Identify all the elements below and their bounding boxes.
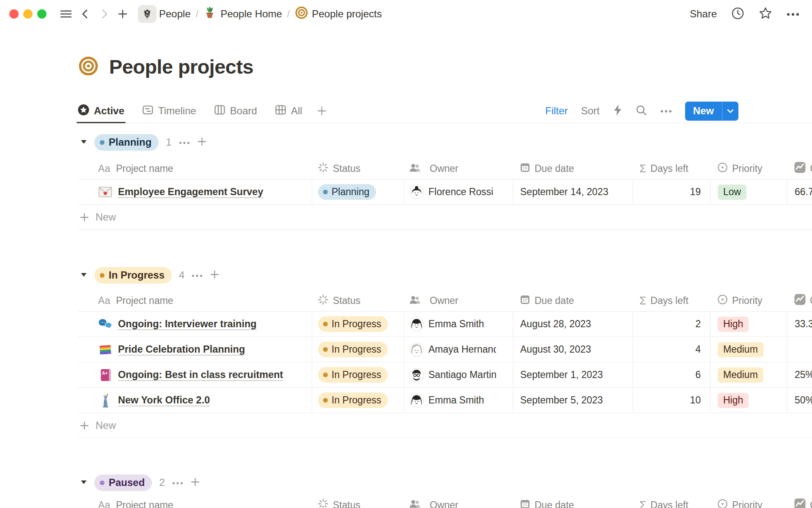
cell-owner[interactable]: Florence Rossi xyxy=(404,179,513,204)
breadcrumb-people-home[interactable]: People Home xyxy=(203,6,282,22)
column-header-status[interactable]: Status xyxy=(312,290,404,311)
column-header-priority[interactable]: Priority xyxy=(710,494,787,508)
column-header-completion[interactable]: C xyxy=(787,494,812,508)
column-header-due-date[interactable]: Due date xyxy=(513,158,633,179)
cell-completion[interactable]: 33.3% xyxy=(787,312,812,337)
column-header-days-left[interactable]: Σ Days left xyxy=(633,290,710,311)
group-add-icon[interactable] xyxy=(197,137,207,148)
star-icon[interactable] xyxy=(759,7,772,22)
cell-status[interactable]: Planning xyxy=(312,179,404,204)
project-name-link[interactable]: Ongoing: Interviewer training xyxy=(118,318,257,330)
cell-due-date[interactable]: August 28, 2023 xyxy=(513,312,633,337)
group-toggle-icon[interactable] xyxy=(80,271,87,279)
tab-all[interactable]: All xyxy=(275,99,302,123)
column-header-name[interactable]: Aa Project name xyxy=(78,494,312,508)
column-header-due-date[interactable]: Due date xyxy=(513,290,633,311)
new-button[interactable]: New xyxy=(685,102,722,121)
cell-status[interactable]: In Progress xyxy=(312,362,404,387)
cell-owner[interactable]: Emma Smith xyxy=(404,388,513,413)
column-header-completion[interactable]: C xyxy=(787,290,812,311)
minimize-button[interactable] xyxy=(23,9,33,19)
cell-project-name[interactable]: Ongoing: Interviewer training xyxy=(78,312,312,337)
cell-project-name[interactable]: Pride Celebration Planning xyxy=(78,337,312,362)
column-header-due-date[interactable]: Due date xyxy=(513,494,633,508)
new-dropdown-button[interactable] xyxy=(722,102,738,121)
cell-due-date[interactable]: September 1, 2023 xyxy=(513,362,633,387)
cell-owner[interactable]: Santiago Martinez xyxy=(404,362,513,387)
workspace-flower-icon[interactable] xyxy=(138,5,156,23)
lightning-bolt-icon[interactable] xyxy=(613,104,623,118)
back-button[interactable] xyxy=(80,8,91,19)
group-pill-planning[interactable]: Planning xyxy=(94,134,159,151)
cell-days-left[interactable]: 4 xyxy=(633,337,710,362)
close-button[interactable] xyxy=(9,9,19,19)
column-header-status[interactable]: Status xyxy=(312,494,404,508)
cell-owner[interactable]: Emma Smith xyxy=(404,312,513,337)
table-row[interactable]: Employee Engagement Survey Planning Flor… xyxy=(78,179,812,205)
cell-priority[interactable]: Medium xyxy=(710,337,787,362)
table-row[interactable]: A+ Ongoing: Best in class recruitment In… xyxy=(78,362,812,388)
menu-icon[interactable] xyxy=(60,8,72,19)
cell-project-name[interactable]: Employee Engagement Survey xyxy=(78,179,312,204)
table-row[interactable]: Ongoing: Interviewer training In Progres… xyxy=(78,312,812,337)
new-tab-button[interactable] xyxy=(117,8,128,19)
view-options-ellipsis-icon[interactable] xyxy=(660,107,672,115)
project-name-link[interactable]: Pride Celebration Planning xyxy=(118,344,245,355)
column-header-status[interactable]: Status xyxy=(312,158,404,179)
column-header-owner[interactable]: Owner xyxy=(404,290,513,311)
cell-due-date[interactable]: September 5, 2023 xyxy=(513,388,633,413)
cell-completion[interactable]: 66.7% xyxy=(787,179,812,204)
more-ellipsis-icon[interactable] xyxy=(787,10,799,18)
tab-active[interactable]: Active xyxy=(78,99,124,123)
group-add-icon[interactable] xyxy=(210,270,219,281)
filter-button[interactable]: Filter xyxy=(545,105,568,117)
page-target-icon[interactable] xyxy=(79,56,98,77)
cell-priority[interactable]: High xyxy=(710,388,787,413)
tab-timeline[interactable]: Timeline xyxy=(142,99,196,123)
table-row[interactable]: Pride Celebration Planning In Progress A… xyxy=(78,337,812,362)
share-button[interactable]: Share xyxy=(690,8,717,20)
column-header-days-left[interactable]: Σ Days left xyxy=(633,158,710,179)
cell-due-date[interactable]: September 14, 2023 xyxy=(513,179,633,204)
project-name-link[interactable]: Employee Engagement Survey xyxy=(118,186,263,198)
column-header-name[interactable]: Aa Project name xyxy=(78,290,312,311)
project-name-link[interactable]: New York Office 2.0 xyxy=(118,395,210,406)
cell-project-name[interactable]: A+ Ongoing: Best in class recruitment xyxy=(78,362,312,387)
breadcrumb-people-projects[interactable]: People projects xyxy=(295,6,382,22)
column-header-completion[interactable]: C xyxy=(787,158,812,179)
search-icon[interactable] xyxy=(636,105,647,118)
group-pill-in-progress[interactable]: In Progress xyxy=(94,267,172,284)
group-pill-paused[interactable]: Paused xyxy=(94,475,152,491)
sort-button[interactable]: Sort xyxy=(581,105,600,117)
new-row-button[interactable]: New xyxy=(78,205,812,230)
cell-days-left[interactable]: 6 xyxy=(633,362,710,387)
group-toggle-icon[interactable] xyxy=(80,138,87,146)
cell-priority[interactable]: Low xyxy=(710,179,787,204)
project-name-link[interactable]: Ongoing: Best in class recruitment xyxy=(118,369,283,381)
cell-due-date[interactable]: August 30, 2023 xyxy=(513,337,633,362)
breadcrumb-people[interactable]: People xyxy=(159,8,191,20)
group-add-icon[interactable] xyxy=(190,477,200,489)
forward-button[interactable] xyxy=(99,8,110,19)
zoom-button[interactable] xyxy=(37,9,47,19)
cell-days-left[interactable]: 19 xyxy=(633,179,710,204)
cell-project-name[interactable]: New York Office 2.0 xyxy=(78,388,312,413)
column-header-owner[interactable]: Owner xyxy=(404,494,513,508)
cell-completion[interactable]: 25% xyxy=(787,362,812,387)
cell-completion[interactable] xyxy=(787,337,812,362)
cell-status[interactable]: In Progress xyxy=(312,337,404,362)
column-header-priority[interactable]: Priority xyxy=(710,158,787,179)
group-more-icon[interactable] xyxy=(172,479,183,486)
cell-priority[interactable]: High xyxy=(710,312,787,337)
group-more-icon[interactable] xyxy=(192,271,203,279)
column-header-days-left[interactable]: Σ Days left xyxy=(633,494,710,508)
add-view-button[interactable] xyxy=(317,99,327,123)
cell-priority[interactable]: Medium xyxy=(710,362,787,387)
column-header-name[interactable]: Aa Project name xyxy=(78,158,312,179)
clock-icon[interactable] xyxy=(731,7,744,22)
column-header-owner[interactable]: Owner xyxy=(404,158,513,179)
cell-completion[interactable]: 50% xyxy=(787,388,812,413)
new-row-button[interactable]: New xyxy=(78,413,812,438)
cell-days-left[interactable]: 2 xyxy=(633,312,710,337)
group-more-icon[interactable] xyxy=(179,138,190,146)
